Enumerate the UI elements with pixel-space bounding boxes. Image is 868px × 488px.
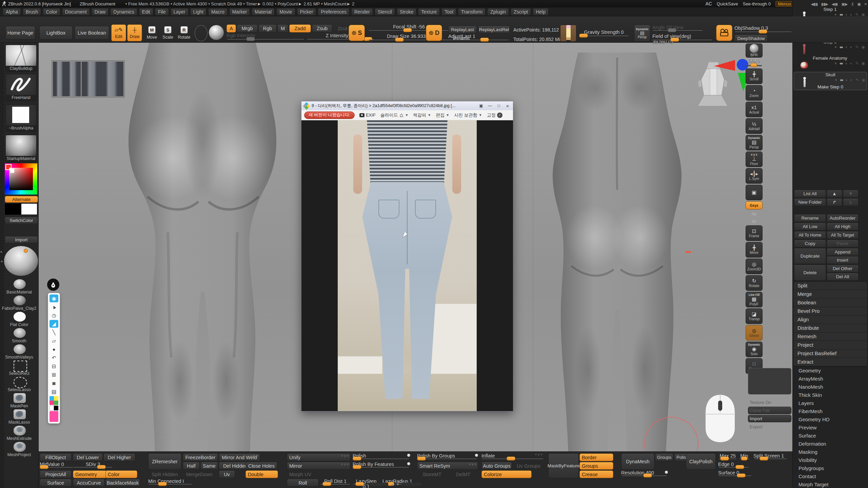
crease-toggle[interactable]: Crease: [579, 470, 613, 478]
crescent-icon[interactable]: ◖: [845, 61, 847, 66]
zoom3d-button[interactable]: ◎ Zoom3D: [746, 259, 763, 274]
subtool-row[interactable]: Skull ▾ ●● ◖ ◐ ✎ ◉ Make Step 0: [794, 72, 867, 90]
scroll-down-icon[interactable]: ▼: [396, 482, 400, 486]
subtool-op-button[interactable]: Split: [793, 282, 867, 290]
menu-item[interactable]: Picker: [297, 8, 316, 16]
angle-of-view-slider[interactable]: Angle Of View: [652, 25, 703, 33]
polish-groups-mode-dot[interactable]: [475, 454, 478, 457]
menu-item[interactable]: Transform: [458, 8, 486, 16]
panel-prev-icon[interactable]: ◀▣: [832, 2, 838, 6]
subtool-op-button[interactable]: Align: [793, 316, 867, 324]
whiteboard-icon[interactable]: ⊞: [50, 371, 58, 379]
move-into-folder-button[interactable]: ↳: [843, 198, 859, 206]
brush-clay-buildup[interactable]: ClayBuildup: [5, 45, 37, 72]
del-other-button[interactable]: Del Other: [827, 265, 859, 272]
visibility-pair-icon[interactable]: ●●: [839, 61, 842, 66]
unify-button[interactable]: Unifyx y z: [287, 453, 351, 461]
contrast-icon[interactable]: ◐: [850, 45, 852, 49]
delete-button[interactable]: Delete: [794, 265, 826, 281]
scroll-hatch[interactable]: [402, 483, 421, 486]
left-tray-item[interactable]: MeshProject: [0, 441, 38, 458]
alpha-brushalpha[interactable]: ~BrushAlpha: [5, 104, 37, 131]
half-button[interactable]: Half: [183, 462, 200, 470]
clone-texture-button[interactable]: Clone Txtr: [748, 407, 791, 414]
texture-import-button[interactable]: Import: [748, 415, 791, 422]
menu-item[interactable]: Render: [351, 8, 373, 16]
brush-size-dot-icon[interactable]: ●: [50, 345, 58, 353]
home-page-button[interactable]: Home Page: [5, 26, 35, 40]
tool-section-header[interactable]: Polygroups: [793, 464, 867, 472]
geometry-toggle[interactable]: Geometry: [73, 470, 107, 478]
polish-by-features-slider[interactable]: Polish By Features: [353, 462, 410, 469]
clipboard-icon[interactable]: ▤: [50, 388, 58, 395]
menu-item[interactable]: Stroke: [397, 8, 416, 16]
menu-item[interactable]: Color: [43, 8, 60, 16]
eye-icon[interactable]: ◉: [862, 78, 865, 82]
left-tray-item[interactable]: SmoothValleys: [0, 344, 38, 360]
polish-slider[interactable]: Polish: [353, 453, 410, 461]
tool-section-header[interactable]: Thick Skin: [793, 391, 867, 399]
colorize-toggle[interactable]: Colorize: [481, 470, 532, 478]
store-mt-button[interactable]: StoreMT: [417, 470, 447, 478]
border-toggle[interactable]: Border: [579, 453, 613, 461]
undo-icon[interactable]: ↶: [50, 354, 58, 362]
contrast-icon[interactable]: ◐: [850, 61, 852, 66]
flip-icon[interactable]: ▾: [835, 78, 837, 82]
scroll-up-icon[interactable]: ▲: [390, 482, 394, 486]
resolution-mode-dot[interactable]: [665, 471, 668, 474]
live-boolean-button[interactable]: Live Boolean: [75, 26, 109, 40]
polish-features-mode-dot[interactable]: [407, 462, 410, 465]
mirror-button[interactable]: Mirrorx y z: [287, 462, 351, 470]
eye-icon[interactable]: ◉: [862, 61, 865, 66]
subtool-op-button[interactable]: Extract: [793, 358, 867, 366]
photo-viewer-window[interactable]: 9 - 다리(허벅지, 무릎, 종아리) > 2a1df554ef3f08cfd…: [301, 101, 513, 411]
marker-tool-icon[interactable]: ◢: [50, 320, 58, 328]
backface-mask-button[interactable]: BackfaceMask: [105, 479, 140, 487]
trash-icon[interactable]: ⊟: [50, 362, 58, 370]
menu-item[interactable]: Help: [533, 8, 549, 16]
m-button[interactable]: M: [277, 24, 288, 33]
move-3d-button[interactable]: ╋ Move: [746, 242, 763, 258]
eraser-tool-icon[interactable]: ▱: [50, 337, 58, 345]
panel-clone-icon[interactable]: ▣: [857, 2, 861, 6]
import-button[interactable]: Import: [5, 236, 38, 243]
switch-color-button[interactable]: SwitchColor: [5, 217, 38, 224]
surface-slider[interactable]: Surface 0: [718, 470, 752, 478]
photo-viewer-content[interactable]: [301, 120, 513, 411]
resolution-slider[interactable]: Resolution 400: [621, 470, 667, 478]
bottom-scrollbar[interactable]: ▲ ▼: [369, 482, 421, 486]
move-to-folder-button[interactable]: ↱: [827, 198, 842, 206]
smart-resym-button[interactable]: Smart ReSymx y z: [417, 462, 478, 470]
left-tray-item[interactable]: Flat Color: [0, 311, 38, 327]
append-button[interactable]: Append: [827, 248, 859, 256]
min-slider[interactable]: Min: [738, 453, 750, 461]
line-tool-icon[interactable]: ╲: [50, 328, 58, 336]
field-of-view-slider[interactable]: Field of view(deg) 39.59775: [652, 34, 713, 42]
polish-mode-dot[interactable]: [407, 454, 410, 457]
light-placement-sphere[interactable]: [4, 246, 38, 276]
menu-item[interactable]: Macro: [208, 8, 228, 16]
material-preview[interactable]: [209, 25, 224, 40]
eye-icon[interactable]: ◉: [862, 45, 865, 49]
pin-toggle[interactable]: 고정 ✓: [487, 112, 502, 118]
surface-button[interactable]: Surface: [40, 479, 72, 487]
clay-polish-button[interactable]: ClayPolish: [686, 453, 716, 470]
tool-section-header[interactable]: Preview: [793, 424, 867, 432]
annotation-pen-button[interactable]: [47, 279, 59, 291]
groups-toggle[interactable]: Groups: [579, 462, 613, 470]
dynamic-persp-button[interactable]: Dynamic ▤ Persp: [746, 135, 763, 150]
subtool-row[interactable]: Female Anatomy ▾ ●● ◖ ◐ ✎ ◉: [794, 56, 866, 72]
photo-viewer-titlebar[interactable]: 9 - 다리(허벅지, 무릎, 종아리) > 2a1df554ef3f08cfd…: [301, 101, 513, 110]
menu-item[interactable]: Tool: [441, 8, 456, 16]
contrast-icon[interactable]: ◐: [850, 78, 853, 82]
texture-export-button[interactable]: Export: [748, 423, 791, 430]
gravity-strength-slider[interactable]: Gravity Strength 0: [578, 30, 629, 38]
left-tray-item[interactable]: MeshExtrude: [0, 425, 38, 441]
sdiv-slider[interactable]: SDiv 3: [73, 462, 113, 469]
texture-on-button[interactable]: Texture On: [748, 399, 791, 406]
subtool-down-button[interactable]: ▼: [843, 190, 859, 198]
menu-item[interactable]: Movie: [276, 8, 295, 16]
bpr-button[interactable]: BPR: [746, 43, 763, 58]
crescent-icon[interactable]: ◖: [845, 45, 847, 49]
see-through-slider[interactable]: See-through 0: [743, 1, 771, 6]
